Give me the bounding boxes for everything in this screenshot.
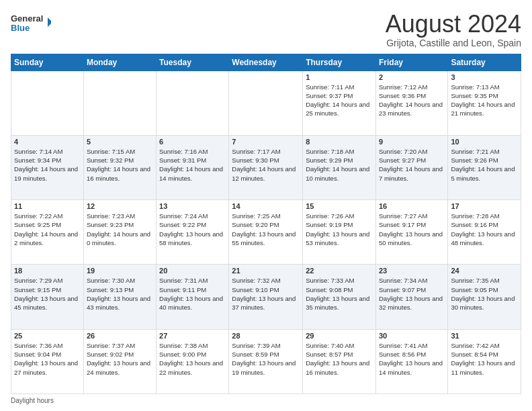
cell-week1-day3 (157, 71, 229, 135)
day-number: 8 (306, 138, 373, 146)
day-info: Sunrise: 7:16 AM Sunset: 9:31 PM Dayligh… (159, 147, 226, 183)
cell-week5-day4: 28Sunrise: 7:39 AM Sunset: 8:59 PM Dayli… (229, 329, 303, 394)
cell-week4-day3: 20Sunrise: 7:31 AM Sunset: 9:11 PM Dayli… (157, 265, 229, 329)
day-info: Sunrise: 7:23 AM Sunset: 9:23 PM Dayligh… (87, 212, 153, 247)
page: General Blue August 2024 Grijota, Castil… (0, 0, 532, 411)
cell-week1-day6: 2Sunrise: 7:12 AM Sunset: 9:36 PM Daylig… (375, 71, 447, 135)
svg-marker-2 (48, 17, 51, 27)
day-number: 22 (306, 267, 373, 275)
day-info: Sunrise: 7:11 AM Sunset: 9:37 PM Dayligh… (306, 83, 373, 118)
day-info: Sunrise: 7:31 AM Sunset: 9:11 PM Dayligh… (159, 276, 226, 312)
day-number: 3 (451, 73, 518, 81)
week-row-1: 1Sunrise: 7:11 AM Sunset: 9:37 PM Daylig… (11, 71, 521, 135)
month-title: August 2024 (386, 11, 521, 38)
day-number: 31 (451, 332, 518, 340)
footer-note: Daylight hours (11, 397, 521, 404)
calendar-header: SundayMondayTuesdayWednesdayThursdayFrid… (11, 54, 521, 71)
day-number: 11 (14, 202, 81, 210)
svg-text:General: General (11, 13, 43, 24)
cell-week5-day2: 26Sunrise: 7:37 AM Sunset: 9:02 PM Dayli… (83, 329, 156, 394)
day-number: 9 (379, 138, 445, 146)
day-info: Sunrise: 7:38 AM Sunset: 9:00 PM Dayligh… (159, 341, 226, 377)
week-row-4: 18Sunrise: 7:29 AM Sunset: 9:15 PM Dayli… (11, 265, 521, 329)
day-number: 16 (379, 202, 445, 210)
day-number: 28 (232, 332, 300, 340)
day-number: 20 (159, 267, 226, 275)
cell-week3-day1: 11Sunrise: 7:22 AM Sunset: 9:25 PM Dayli… (11, 200, 84, 265)
day-info: Sunrise: 7:13 AM Sunset: 9:35 PM Dayligh… (451, 83, 518, 118)
day-number: 30 (379, 332, 445, 340)
cell-week2-day7: 10Sunrise: 7:21 AM Sunset: 9:26 PM Dayli… (448, 135, 521, 199)
day-info: Sunrise: 7:29 AM Sunset: 9:15 PM Dayligh… (14, 276, 81, 312)
day-info: Sunrise: 7:33 AM Sunset: 9:08 PM Dayligh… (306, 276, 373, 312)
day-number: 7 (232, 138, 300, 146)
col-header-friday: Friday (375, 54, 447, 71)
cell-week1-day5: 1Sunrise: 7:11 AM Sunset: 9:37 PM Daylig… (303, 71, 376, 135)
day-info: Sunrise: 7:39 AM Sunset: 8:59 PM Dayligh… (232, 341, 300, 377)
cell-week2-day2: 5Sunrise: 7:15 AM Sunset: 9:32 PM Daylig… (83, 135, 156, 199)
day-info: Sunrise: 7:28 AM Sunset: 9:16 PM Dayligh… (451, 212, 518, 247)
cell-week4-day6: 23Sunrise: 7:34 AM Sunset: 9:07 PM Dayli… (375, 265, 447, 329)
col-header-sunday: Sunday (11, 54, 84, 71)
day-info: Sunrise: 7:18 AM Sunset: 9:29 PM Dayligh… (306, 147, 373, 183)
day-info: Sunrise: 7:34 AM Sunset: 9:07 PM Dayligh… (379, 276, 445, 312)
day-info: Sunrise: 7:30 AM Sunset: 9:13 PM Dayligh… (87, 276, 153, 312)
cell-week5-day3: 27Sunrise: 7:38 AM Sunset: 9:00 PM Dayli… (157, 329, 229, 394)
cell-week5-day5: 29Sunrise: 7:40 AM Sunset: 8:57 PM Dayli… (303, 329, 376, 394)
cell-week1-day1 (11, 71, 84, 135)
day-number: 2 (379, 73, 445, 81)
cell-week2-day5: 8Sunrise: 7:18 AM Sunset: 9:29 PM Daylig… (303, 135, 376, 199)
cell-week2-day1: 4Sunrise: 7:14 AM Sunset: 9:34 PM Daylig… (11, 135, 84, 199)
day-number: 24 (451, 267, 518, 275)
col-header-saturday: Saturday (448, 54, 521, 71)
day-info: Sunrise: 7:37 AM Sunset: 9:02 PM Dayligh… (87, 341, 153, 377)
day-number: 1 (306, 73, 373, 81)
day-info: Sunrise: 7:40 AM Sunset: 8:57 PM Dayligh… (306, 341, 373, 377)
day-info: Sunrise: 7:25 AM Sunset: 9:20 PM Dayligh… (232, 212, 300, 247)
day-info: Sunrise: 7:15 AM Sunset: 9:32 PM Dayligh… (87, 147, 153, 183)
day-info: Sunrise: 7:26 AM Sunset: 9:19 PM Dayligh… (306, 212, 373, 247)
day-number: 12 (87, 202, 153, 210)
cell-week3-day6: 16Sunrise: 7:27 AM Sunset: 9:17 PM Dayli… (375, 200, 447, 265)
cell-week1-day7: 3Sunrise: 7:13 AM Sunset: 9:35 PM Daylig… (448, 71, 521, 135)
day-info: Sunrise: 7:17 AM Sunset: 9:30 PM Dayligh… (232, 147, 300, 183)
cell-week2-day6: 9Sunrise: 7:20 AM Sunset: 9:27 PM Daylig… (375, 135, 447, 199)
col-header-monday: Monday (83, 54, 156, 71)
calendar: SundayMondayTuesdayWednesdayThursdayFrid… (11, 54, 521, 394)
day-info: Sunrise: 7:14 AM Sunset: 9:34 PM Dayligh… (14, 147, 81, 183)
day-info: Sunrise: 7:24 AM Sunset: 9:22 PM Dayligh… (159, 212, 226, 247)
cell-week3-day4: 14Sunrise: 7:25 AM Sunset: 9:20 PM Dayli… (229, 200, 303, 265)
cell-week4-day4: 21Sunrise: 7:32 AM Sunset: 9:10 PM Dayli… (229, 265, 303, 329)
cell-week1-day2 (83, 71, 156, 135)
day-info: Sunrise: 7:20 AM Sunset: 9:27 PM Dayligh… (379, 147, 445, 183)
cell-week4-day5: 22Sunrise: 7:33 AM Sunset: 9:08 PM Dayli… (303, 265, 376, 329)
header: General Blue August 2024 Grijota, Castil… (11, 11, 521, 48)
day-info: Sunrise: 7:21 AM Sunset: 9:26 PM Dayligh… (451, 147, 518, 183)
cell-week5-day7: 31Sunrise: 7:42 AM Sunset: 8:54 PM Dayli… (448, 329, 521, 394)
cell-week2-day3: 6Sunrise: 7:16 AM Sunset: 9:31 PM Daylig… (157, 135, 229, 199)
day-info: Sunrise: 7:42 AM Sunset: 8:54 PM Dayligh… (451, 341, 518, 377)
day-info: Sunrise: 7:41 AM Sunset: 8:56 PM Dayligh… (379, 341, 445, 377)
day-number: 25 (14, 332, 81, 340)
cell-week3-day3: 13Sunrise: 7:24 AM Sunset: 9:22 PM Dayli… (157, 200, 229, 265)
day-number: 6 (159, 138, 226, 146)
col-header-wednesday: Wednesday (229, 54, 303, 71)
cell-week3-day7: 17Sunrise: 7:28 AM Sunset: 9:16 PM Dayli… (448, 200, 521, 265)
day-number: 23 (379, 267, 445, 275)
cell-week4-day7: 24Sunrise: 7:35 AM Sunset: 9:05 PM Dayli… (448, 265, 521, 329)
title-block: August 2024 Grijota, Castille and Leon, … (386, 11, 521, 48)
day-number: 19 (87, 267, 153, 275)
week-row-2: 4Sunrise: 7:14 AM Sunset: 9:34 PM Daylig… (11, 135, 521, 199)
location-subtitle: Grijota, Castille and Leon, Spain (386, 38, 521, 48)
cell-week4-day2: 19Sunrise: 7:30 AM Sunset: 9:13 PM Dayli… (83, 265, 156, 329)
day-info: Sunrise: 7:32 AM Sunset: 9:10 PM Dayligh… (232, 276, 300, 312)
day-number: 5 (87, 138, 153, 146)
day-info: Sunrise: 7:35 AM Sunset: 9:05 PM Dayligh… (451, 276, 518, 312)
logo: General Blue (11, 11, 51, 35)
day-number: 14 (232, 202, 300, 210)
svg-text:Blue: Blue (11, 23, 30, 33)
day-info: Sunrise: 7:36 AM Sunset: 9:04 PM Dayligh… (14, 341, 81, 377)
day-number: 21 (232, 267, 300, 275)
day-info: Sunrise: 7:22 AM Sunset: 9:25 PM Dayligh… (14, 212, 81, 247)
week-row-5: 25Sunrise: 7:36 AM Sunset: 9:04 PM Dayli… (11, 329, 521, 394)
